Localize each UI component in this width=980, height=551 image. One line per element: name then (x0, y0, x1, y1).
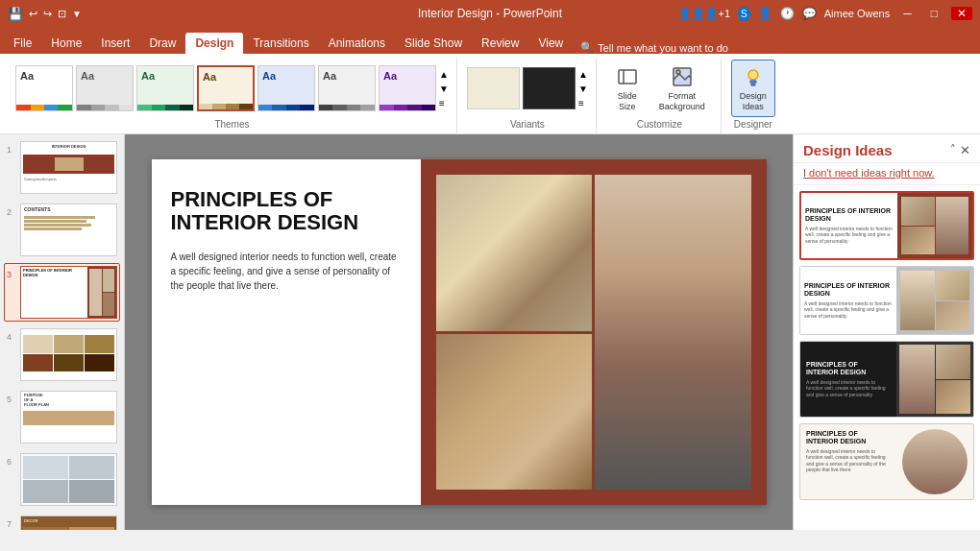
slide-canvas: PRINCIPLES OF INTERIOR DESIGN A well des… (152, 159, 767, 505)
theme-5[interactable]: Aa (257, 65, 315, 111)
design-idea-2-text: PRINCIPLES OF INTERIOR DESIGN A well des… (800, 267, 896, 334)
panel-close-btn[interactable]: ✕ (960, 143, 970, 157)
slide-thumb-7[interactable]: 7 DECOR (4, 513, 120, 530)
quick-access-icon[interactable]: ⊡ (58, 8, 66, 20)
design-panel-dismiss[interactable]: I don't need ideas right now. (794, 163, 980, 185)
tab-file[interactable]: File (4, 33, 41, 54)
undo-icon[interactable]: ↩ (29, 8, 37, 20)
design-panel-header: Design Ideas ˄ ✕ (794, 134, 980, 163)
theme-1[interactable]: Aa (15, 65, 73, 111)
theme-6[interactable]: Aa (318, 65, 376, 111)
theme-3[interactable]: Aa (136, 65, 194, 111)
customize-buttons: SlideSize FormatBackground (606, 58, 713, 119)
designer-buttons: DesignIdeas (731, 58, 775, 119)
tab-animations[interactable]: Animations (319, 33, 395, 54)
design-idea-4[interactable]: PRINCIPLES OF INTERIOR DESIGN A well des… (799, 423, 974, 500)
design-ideas-list: PRINCIPLES OF INTERIOR DESIGN A well des… (794, 185, 980, 530)
variants-list: ▲ ▼ ≡ (467, 58, 588, 119)
skype-icon[interactable]: S (738, 7, 750, 21)
format-bg-btn[interactable]: FormatBackground (651, 60, 713, 117)
tab-review[interactable]: Review (472, 33, 528, 54)
tab-transitions[interactable]: Transitions (243, 33, 318, 54)
tab-view[interactable]: View (528, 33, 573, 54)
variant-2[interactable] (523, 67, 576, 109)
tab-insert[interactable]: Insert (91, 33, 139, 54)
theme-7[interactable]: Aa (379, 65, 436, 111)
dropdown-icon[interactable]: ▼ (72, 9, 82, 19)
history-icon[interactable]: 🕐 (780, 7, 795, 20)
design-idea-3-images (896, 342, 973, 417)
maximize-btn[interactable]: □ (925, 7, 943, 20)
slide-thumb-5[interactable]: 5 PURPOSEOF AFLOOR PLAN (4, 388, 120, 446)
design-idea-3-text: PRINCIPLES OF INTERIOR DESIGN A well des… (800, 342, 896, 417)
save-icon[interactable]: 💾 (8, 7, 23, 21)
customize-label: Customize (606, 119, 713, 132)
slide-thumb-3[interactable]: 3 PRINCIPLES OF INTERIOR DESIGN (4, 263, 120, 322)
slide-title: PRINCIPLES OF INTERIOR DESIGN (171, 188, 402, 234)
tab-slideshow[interactable]: Slide Show (395, 33, 472, 54)
design-ideas-btn[interactable]: DesignIdeas (731, 60, 775, 117)
panel-collapse-btn[interactable]: ˄ (950, 143, 956, 157)
design-idea-2[interactable]: PRINCIPLES OF INTERIOR DESIGN A well des… (799, 266, 974, 335)
slide-photo-stairs (436, 334, 593, 491)
svg-point-4 (748, 70, 758, 80)
panel-controls: ˄ ✕ (950, 143, 970, 157)
themes-section: Aa Aa Aa Aa Aa Aa (8, 58, 457, 133)
tab-draw[interactable]: Draw (139, 33, 185, 54)
slide-photo-room (436, 175, 593, 331)
canvas-area: PRINCIPLES OF INTERIOR DESIGN A well des… (125, 134, 793, 530)
designer-label: Designer (731, 119, 775, 132)
theme-2[interactable]: Aa (76, 65, 134, 111)
user-avatars: 👤👤👤+1 (678, 8, 731, 20)
comments-icon[interactable]: 💬 (802, 7, 817, 20)
titlebar-left: 💾 ↩ ↪ ⊡ ▼ (8, 7, 82, 21)
redo-icon[interactable]: ↪ (43, 8, 52, 20)
design-idea-2-images (896, 267, 973, 334)
theme-4[interactable]: Aa (197, 65, 255, 111)
slide-thumb-1[interactable]: 1 INTERIOR DESIGN Creating beautiful spa… (4, 138, 120, 197)
customize-section: SlideSize FormatBackground Customize (599, 58, 722, 133)
themes-more-btn[interactable]: ▲ ▼ ≡ (439, 67, 449, 110)
titlebar-right: 👤👤👤+1 S 👤 🕐 💬 Aimee Owens ─ □ ✕ (678, 7, 972, 21)
tab-home[interactable]: Home (41, 33, 91, 54)
variants-more-btn[interactable]: ▲ ▼ ≡ (578, 67, 588, 110)
slide-left-content: PRINCIPLES OF INTERIOR DESIGN A well des… (152, 159, 421, 505)
design-idea-1[interactable]: PRINCIPLES OF INTERIOR DESIGN A well des… (799, 191, 974, 260)
slide-thumb-4[interactable]: 4 (4, 325, 120, 384)
search-icon: 🔍 (580, 41, 594, 54)
user-name: Aimee Owens (824, 8, 890, 19)
design-idea-1-images (897, 193, 972, 258)
slide-size-label: SlideSize (618, 91, 637, 112)
tab-design[interactable]: Design (185, 33, 243, 54)
design-idea-1-text: PRINCIPLES OF INTERIOR DESIGN A well des… (801, 193, 897, 258)
app-title: Interior Design - PowerPoint (418, 7, 562, 20)
close-btn[interactable]: ✕ (951, 7, 972, 20)
slide-body: A well designed interior needs to functi… (171, 250, 402, 293)
slide-right-images (421, 159, 767, 505)
slide-thumb-6[interactable]: 6 (4, 450, 120, 509)
format-bg-label: FormatBackground (659, 91, 705, 112)
design-idea-3[interactable]: PRINCIPLES OF INTERIOR DESIGN A well des… (799, 341, 974, 418)
design-ideas-panel: Design Ideas ˄ ✕ I don't need ideas righ… (793, 134, 980, 530)
ribbon-content: Aa Aa Aa Aa Aa Aa (0, 54, 980, 134)
minimize-btn[interactable]: ─ (897, 7, 918, 20)
svg-rect-5 (750, 81, 756, 83)
svg-point-3 (676, 70, 680, 74)
slide-photo-woman (595, 175, 751, 490)
main-content: 1 INTERIOR DESIGN Creating beautiful spa… (0, 134, 980, 530)
slide-thumb-2[interactable]: 2 CONTENTS (4, 201, 120, 259)
variants-label: Variants (467, 119, 588, 132)
variant-1[interactable] (467, 67, 520, 109)
share-icon[interactable]: 👤 (758, 7, 772, 20)
slide-size-btn[interactable]: SlideSize (606, 60, 649, 117)
themes-label: Themes (15, 119, 449, 132)
design-idea-4-images (896, 424, 973, 499)
ribbon-tabs: File Home Insert Draw Design Transitions… (0, 27, 980, 54)
svg-rect-6 (751, 84, 755, 85)
design-idea-4-text: PRINCIPLES OF INTERIOR DESIGN A well des… (800, 424, 896, 499)
search-area[interactable]: 🔍 Tell me what you want to do (580, 41, 728, 54)
design-ideas-label: DesignIdeas (740, 91, 767, 112)
svg-rect-0 (619, 70, 636, 84)
search-prompt[interactable]: Tell me what you want to do (598, 42, 728, 54)
title-bar: 💾 ↩ ↪ ⊡ ▼ Interior Design - PowerPoint 👤… (0, 0, 980, 27)
